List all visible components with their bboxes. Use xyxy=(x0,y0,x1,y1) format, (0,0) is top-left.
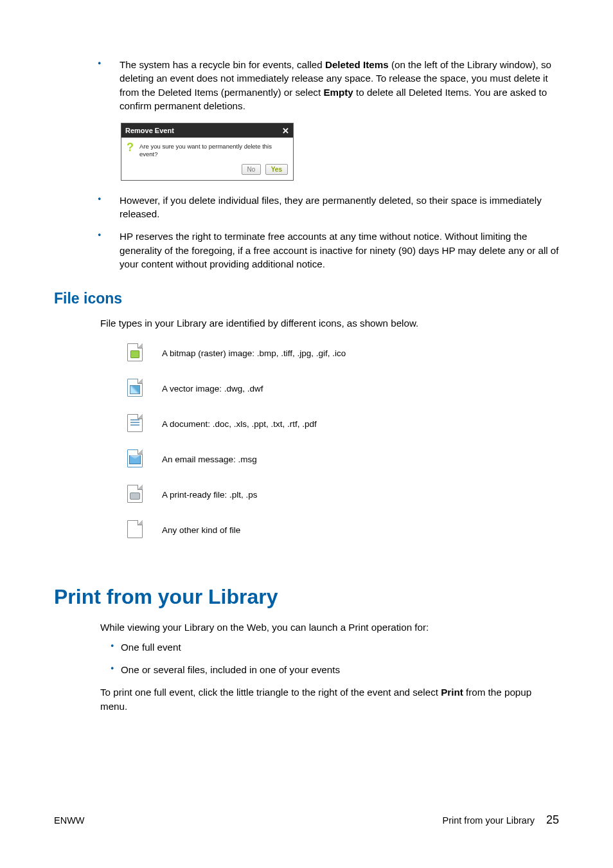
bullet-individual-files: However, if you delete individual files,… xyxy=(54,194,559,221)
yes-button[interactable]: Yes xyxy=(265,164,288,175)
icon-row-raster: A bitmap (raster) image: .bmp, .tiff, .j… xyxy=(120,343,357,379)
text: The system has a recycle bin for events,… xyxy=(120,59,325,70)
heading-file-icons: File icons xyxy=(54,290,559,307)
file-icons-table: A bitmap (raster) image: .bmp, .tiff, .j… xyxy=(120,343,357,556)
raster-image-icon xyxy=(127,343,143,361)
footer-right: Print from your Library 25 xyxy=(443,813,559,827)
icon-row-vector: A vector image: .dwg, .dwf xyxy=(120,379,357,414)
dialog-title: Remove Event xyxy=(125,127,174,134)
icon-row-document: A document: .doc, .xls, .ppt, .txt, .rtf… xyxy=(120,414,357,449)
mid-bullet-list: However, if you delete individual files,… xyxy=(54,194,559,271)
icon-desc: A vector image: .dwg, .dwf xyxy=(162,379,357,414)
text: To print one full event, click the littl… xyxy=(100,687,441,698)
icon-desc: A document: .doc, .xls, .ppt, .txt, .rtf… xyxy=(162,414,357,449)
no-button[interactable]: No xyxy=(242,164,262,175)
print-intro: While viewing your Library on the Web, y… xyxy=(54,620,559,634)
icon-row-email: An email message: .msg xyxy=(120,449,357,485)
page: The system has a recycle bin for events,… xyxy=(0,0,613,868)
document-icon xyxy=(127,414,143,432)
icon-desc: Any other kind of file xyxy=(162,520,357,556)
bold-empty: Empty xyxy=(323,87,353,98)
generic-file-icon xyxy=(127,520,143,538)
dialog-titlebar: Remove Event ✕ xyxy=(121,123,293,138)
print-ready-icon xyxy=(127,485,143,503)
dialog-footer: No Yes xyxy=(121,163,293,180)
dialog-body: ? Are you sure you want to permanently d… xyxy=(121,138,293,163)
vector-image-icon xyxy=(127,379,143,397)
bullet-one-full-event: One full event xyxy=(54,640,559,654)
bullet-hp-terminate: HP reserves the right to terminate free … xyxy=(54,230,559,271)
icon-row-print: A print-ready file: .plt, .ps xyxy=(120,485,357,520)
top-bullet-list: The system has a recycle bin for events,… xyxy=(54,58,559,113)
print-full-event-para: To print one full event, click the littl… xyxy=(54,685,559,713)
dialog-message: Are you sure you want to permanently del… xyxy=(139,143,288,158)
bold-print: Print xyxy=(441,687,463,698)
remove-event-dialog: Remove Event ✕ ? Are you sure you want t… xyxy=(121,123,294,181)
bullet-one-or-several-files: One or several files, included in one of… xyxy=(54,663,559,676)
heading-print-from-library: Print from your Library xyxy=(54,585,559,609)
bullet-deleted-items: The system has a recycle bin for events,… xyxy=(54,58,559,113)
page-number: 25 xyxy=(546,813,559,827)
bold-deleted-items: Deleted Items xyxy=(325,59,389,70)
print-bullet-list: One full event One or several files, inc… xyxy=(54,640,559,677)
page-footer: ENWW Print from your Library 25 xyxy=(54,813,559,827)
close-icon[interactable]: ✕ xyxy=(282,127,289,134)
email-icon xyxy=(127,449,143,467)
footer-section-label: Print from your Library xyxy=(443,815,535,826)
icon-row-other: Any other kind of file xyxy=(120,520,357,556)
icon-desc: An email message: .msg xyxy=(162,449,357,485)
file-icons-intro: File types in your Library are identifie… xyxy=(54,316,559,330)
icon-desc: A bitmap (raster) image: .bmp, .tiff, .j… xyxy=(162,343,357,379)
content-area: The system has a recycle bin for events,… xyxy=(54,58,559,713)
footer-left: ENWW xyxy=(54,815,85,826)
icon-desc: A print-ready file: .plt, .ps xyxy=(162,485,357,520)
question-icon: ? xyxy=(127,143,136,152)
